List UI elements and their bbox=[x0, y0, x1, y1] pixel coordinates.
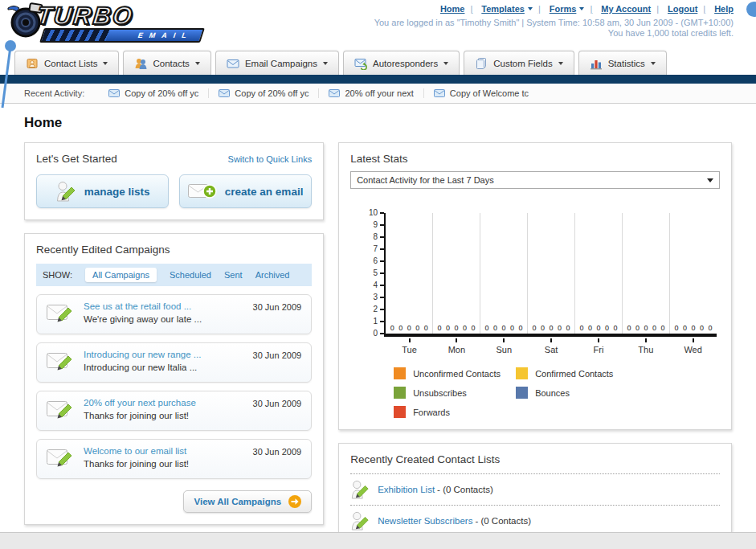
tick-mark bbox=[598, 338, 599, 342]
recent-activity-item[interactable]: 20% off your next bbox=[319, 88, 423, 98]
x-axis-label: Tue bbox=[386, 338, 433, 354]
data-labels: 00000 bbox=[623, 324, 669, 332]
chart-day-group: 00000 bbox=[670, 213, 717, 334]
y-axis-tick: 10 bbox=[362, 209, 384, 217]
recent-activity-item[interactable]: Copy of 20% off yc bbox=[99, 88, 209, 98]
contact-list-count: - (0 Contacts) bbox=[475, 516, 531, 526]
stats-dropdown-value: Contact Activity for the Last 7 Days bbox=[357, 175, 494, 185]
header-link-my-account[interactable]: My Account bbox=[584, 4, 651, 14]
campaign-date: 30 Jun 2009 bbox=[253, 399, 302, 408]
dropdown-arrow-icon bbox=[443, 62, 448, 65]
x-axis-label: Fri bbox=[575, 338, 623, 354]
tick-mark bbox=[409, 338, 411, 342]
campaign-title-link[interactable]: See us at the retail food ... bbox=[84, 301, 202, 311]
legend-item: Unsubscribes bbox=[394, 387, 516, 399]
tab-statistics[interactable]: Statistics bbox=[578, 51, 667, 75]
legend-item: Bounces bbox=[516, 387, 638, 399]
contact-list-link[interactable]: Exhibition List bbox=[378, 485, 435, 494]
campaign-card[interactable]: Welcome to our email list Thanks for joi… bbox=[36, 439, 312, 479]
data-labels: 00000 bbox=[528, 324, 574, 332]
tab-custom-fields[interactable]: Custom Fields bbox=[464, 51, 574, 75]
app-logo[interactable]: TURBO EMAIL bbox=[6, 2, 202, 43]
stats-dropdown[interactable]: Contact Activity for the Last 7 Days bbox=[350, 171, 720, 189]
tick-mark bbox=[550, 338, 552, 342]
arrow-right-icon bbox=[288, 495, 301, 508]
campaign-title-link[interactable]: 20% off your next purchase bbox=[84, 398, 196, 408]
header-links: Home Templates Forms My Account Logout H… bbox=[440, 4, 734, 14]
dropdown-arrow-icon bbox=[558, 62, 563, 65]
contact-list-link[interactable]: Newsletter Subscribers bbox=[378, 516, 472, 526]
dropdown-arrow-icon bbox=[103, 62, 108, 65]
legend-swatch-icon bbox=[394, 367, 406, 379]
campaign-date: 30 Jun 2009 bbox=[253, 302, 302, 312]
campaign-subtitle: Thanks for joining our list! bbox=[84, 459, 189, 469]
filter-sent[interactable]: Sent bbox=[224, 270, 243, 280]
chart-x-labels: TueMonSunSatFriThuWed bbox=[386, 338, 717, 354]
tab-email-campaigns[interactable]: Email Campaigns bbox=[215, 51, 339, 75]
logo-text: TURBO EMAIL bbox=[37, 4, 202, 43]
contact-lists-icon bbox=[26, 57, 39, 70]
data-labels: 00000 bbox=[480, 324, 527, 332]
y-axis-tick: 4 bbox=[362, 281, 384, 289]
speed-stripes-icon bbox=[42, 30, 110, 41]
tick-mark bbox=[503, 338, 505, 342]
get-started-panel: Let's Get Started Switch to Quick Links … bbox=[24, 142, 324, 220]
filter-all-campaigns[interactable]: All Campaigns bbox=[85, 268, 157, 282]
manage-lists-button[interactable]: manage lists bbox=[36, 174, 169, 208]
person-pencil-icon bbox=[55, 180, 76, 203]
page-title: Home bbox=[24, 115, 732, 131]
get-started-title: Let's Get Started bbox=[36, 153, 117, 165]
tab-contact-lists[interactable]: Contact Lists bbox=[14, 51, 119, 75]
header-link-forms[interactable]: Forms bbox=[533, 4, 584, 14]
campaign-card[interactable]: See us at the retail food ... We're givi… bbox=[36, 294, 312, 334]
header-link-help[interactable]: Help bbox=[697, 4, 734, 14]
chart-day-group: 00000 bbox=[480, 213, 528, 334]
legend-item: Confirmed Contacts bbox=[516, 367, 638, 379]
campaign-title-link[interactable]: Introducing our new range ... bbox=[84, 350, 201, 359]
campaign-card[interactable]: 20% off your next purchase Thanks for jo… bbox=[36, 391, 312, 431]
person-pencil-icon bbox=[350, 510, 370, 531]
y-axis-tick: 8 bbox=[362, 233, 384, 241]
chart-day-group: 00000 bbox=[575, 213, 623, 334]
header-link-home[interactable]: Home bbox=[440, 4, 465, 14]
recent-activity-item[interactable]: Copy of 20% off yc bbox=[209, 88, 319, 98]
tab-contacts[interactable]: Contacts bbox=[123, 51, 210, 75]
x-axis-label: Thu bbox=[622, 338, 669, 354]
contact-list-item[interactable]: Exhibition List- (0 Contacts) bbox=[350, 474, 720, 506]
y-axis-tick: 9 bbox=[362, 221, 384, 229]
envelope-pencil-icon bbox=[47, 446, 76, 470]
login-status-text: You are logged in as "Timothy Smith" | S… bbox=[374, 18, 734, 27]
create-email-button[interactable]: create an email bbox=[179, 174, 312, 208]
footer-strip bbox=[0, 532, 756, 549]
header-link-logout[interactable]: Logout bbox=[651, 4, 697, 14]
latest-stats-title: Latest Stats bbox=[350, 153, 720, 165]
y-axis-tick: 0 bbox=[362, 330, 384, 338]
tab-label: Contact Lists bbox=[44, 59, 97, 68]
legend-swatch-icon bbox=[516, 387, 528, 399]
filter-archived[interactable]: Archived bbox=[255, 270, 290, 280]
header-link-templates[interactable]: Templates bbox=[464, 4, 532, 14]
chart-legend: Unconfirmed ContactsConfirmed ContactsUn… bbox=[394, 367, 717, 418]
manage-lists-label: manage lists bbox=[84, 186, 150, 198]
filter-scheduled[interactable]: Scheduled bbox=[170, 270, 211, 280]
chart-day-group: 00000 bbox=[528, 213, 575, 334]
campaign-card[interactable]: Introducing our new range ... Introducin… bbox=[36, 342, 312, 383]
tick-mark bbox=[456, 338, 457, 342]
tab-autoresponders[interactable]: Autoresponders bbox=[343, 51, 460, 75]
autoresponders-icon bbox=[354, 57, 367, 70]
switch-quick-links-link[interactable]: Switch to Quick Links bbox=[228, 154, 313, 164]
legend-swatch-icon bbox=[394, 387, 406, 399]
envelope-icon bbox=[434, 89, 445, 97]
recent-activity-item[interactable]: Copy of Welcome tc bbox=[424, 88, 538, 98]
brand-name: TURBO bbox=[35, 4, 203, 27]
contact-activity-chart: 109876543210 000000000000000000000000000… bbox=[350, 213, 720, 418]
tab-label: Custom Fields bbox=[493, 59, 553, 68]
view-all-campaigns-button[interactable]: View All Campaigns bbox=[183, 490, 312, 513]
chart-day-group: 00000 bbox=[386, 213, 433, 334]
chart-day-group: 00000 bbox=[623, 213, 670, 334]
envelope-plus-icon bbox=[188, 182, 217, 200]
y-axis-tick: 3 bbox=[362, 293, 384, 301]
campaign-title-link[interactable]: Welcome to our email list bbox=[84, 446, 189, 456]
custom-fields-icon bbox=[475, 57, 488, 70]
statistics-icon bbox=[590, 57, 603, 70]
